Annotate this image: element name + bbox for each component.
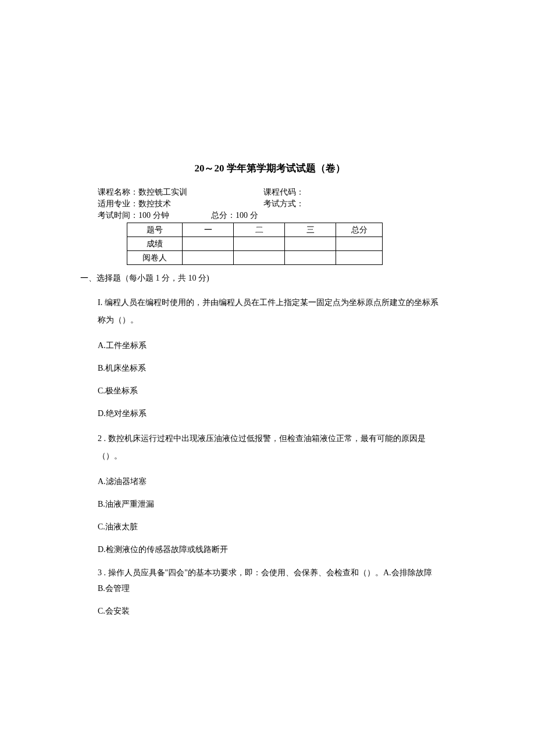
question-text: I. 编程人员在编程时使用的，并由编程人员在工件上指定某一固定点为坐标原点所建立… [98, 294, 442, 329]
col-header: 总分 [336, 223, 383, 237]
grader-cell [234, 251, 285, 265]
option-c: C.会安装 [98, 605, 442, 617]
exam-duration: 考试时间：100 分钟 [98, 210, 211, 221]
grader-cell [183, 251, 234, 265]
header-row-3: 考试时间：100 分钟 总分：100 分 [98, 210, 442, 221]
header-row-1: 课程名称：数控铣工实训 课程代码： [98, 187, 442, 198]
option-d: D.绝对坐标系 [98, 407, 442, 420]
option-c: C.极坐标系 [98, 385, 442, 397]
exam-page: 20～20 学年第学期考试试题（卷） 课程名称：数控铣工实训 课程代码： 适用专… [0, 0, 535, 617]
option-b: B.会管理 [98, 582, 442, 594]
row-label: 阅卷人 [127, 251, 183, 265]
course-name: 课程名称：数控铣工实训 [98, 187, 263, 198]
col-header: 三 [285, 223, 336, 237]
score-cell [234, 237, 285, 251]
option-b: B.油液严重泄漏 [98, 498, 442, 510]
col-header: 一 [183, 223, 234, 237]
total-score: 总分：100 分 [211, 210, 258, 221]
content: I. 编程人员在编程时使用的，并由编程人员在工件上指定某一固定点为坐标原点所建立… [98, 294, 442, 617]
grader-cell [336, 251, 383, 265]
table-row: 阅卷人 [127, 251, 383, 265]
header-row-2: 适用专业：数控技术 考试方式： [98, 198, 442, 210]
score-cell [285, 237, 336, 251]
score-table: 题号 一 二 三 总分 成绩 阅卷人 [127, 223, 383, 265]
option-c: C.油液太脏 [98, 521, 442, 533]
option-a: A.工件坐标系 [98, 339, 442, 352]
row-label: 成绩 [127, 237, 183, 251]
course-code: 课程代码： [263, 187, 442, 198]
score-cell [336, 237, 383, 251]
question-1: I. 编程人员在编程时使用的，并由编程人员在工件上指定某一固定点为坐标原点所建立… [98, 294, 442, 420]
question-2: 2 . 数控机床运行过程中出现液压油液位过低报警，但检查油箱液位正常，最有可能的… [98, 430, 442, 556]
option-d: D.检测液位的传感器故障或线路断开 [98, 543, 442, 556]
table-row: 题号 一 二 三 总分 [127, 223, 383, 237]
option-a: A.滤油器堵塞 [98, 475, 442, 488]
section-title: 一、选择题（每小题 1 分，共 10 分) [80, 273, 442, 284]
header-info: 课程名称：数控铣工实训 课程代码： 适用专业：数控技术 考试方式： 考试时间：1… [98, 187, 442, 221]
option-b: B.机床坐标系 [98, 362, 442, 374]
row-label: 题号 [127, 223, 183, 237]
table-row: 成绩 [127, 237, 383, 251]
question-text: 3 . 操作人员应具备"四会"的基本功要求，即：会使用、会保养、会检查和（）。A… [98, 566, 442, 580]
score-cell [183, 237, 234, 251]
question-3: 3 . 操作人员应具备"四会"的基本功要求，即：会使用、会保养、会检查和（）。A… [98, 566, 442, 617]
grader-cell [285, 251, 336, 265]
page-title: 20～20 学年第学期考试试题（卷） [98, 162, 442, 175]
major: 适用专业：数控技术 [98, 198, 263, 210]
question-text: 2 . 数控机床运行过程中出现液压油液位过低报警，但检查油箱液位正常，最有可能的… [98, 430, 442, 465]
col-header: 二 [234, 223, 285, 237]
exam-mode: 考试方式： [263, 198, 442, 210]
